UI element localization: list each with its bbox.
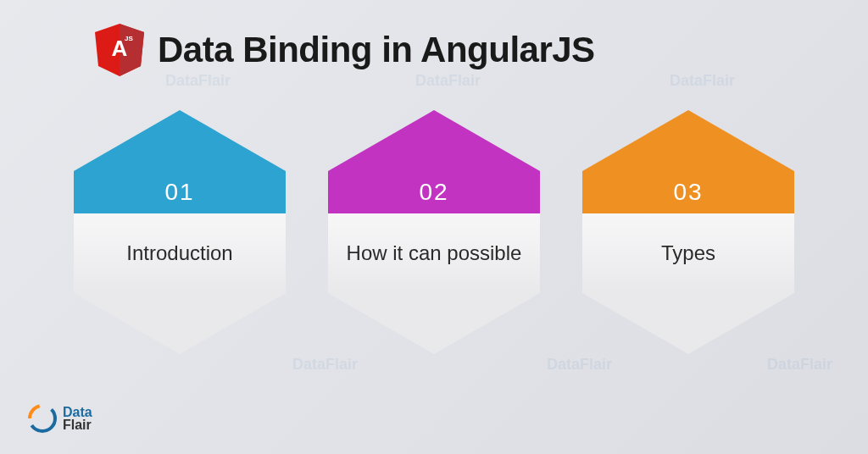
hex-body: How it can possible [328,213,540,293]
watermark: DataFlair [415,72,481,90]
hex-top [74,110,286,171]
dataflair-logo: Data Flair [27,403,92,434]
hex-top [328,110,540,171]
hex-number-band: 03 [582,171,794,213]
watermark: DataFlair [547,356,612,374]
hexagon-how-it-can-possible: 02 How it can possible [328,110,540,354]
dataflair-logo-text: Data Flair [63,406,92,431]
angularjs-icon: A JS [95,24,144,76]
hex-body: Introduction [74,213,286,293]
watermark: DataFlair [767,356,832,374]
page-title: Data Binding in AngularJS [158,30,595,70]
hex-label: Types [661,240,715,266]
hex-label: How it can possible [347,240,522,266]
hex-number-band: 02 [328,171,540,213]
hexagon-introduction: 01 Introduction [74,110,286,354]
hex-number: 03 [673,179,703,206]
header: A JS Data Binding in AngularJS [0,0,868,76]
hex-bottom [328,293,540,354]
dataflair-logo-icon [27,403,58,434]
hex-number: 02 [419,179,448,206]
watermark: DataFlair [670,72,735,90]
hex-bottom [74,293,286,354]
svg-point-4 [27,403,58,434]
hex-bottom [582,293,794,354]
hex-body: Types [582,213,794,293]
watermark: DataFlair [165,72,231,90]
watermark: DataFlair [292,356,358,374]
hexagon-types: 03 Types [582,110,794,354]
hex-label: Introduction [126,240,232,266]
svg-text:JS: JS [125,35,133,42]
hex-number: 01 [164,179,194,206]
hex-number-band: 01 [74,171,286,213]
hexagon-row: 01 Introduction 02 How it can possible 0… [0,110,868,354]
logo-text-top: Data [63,406,92,418]
hex-top [582,110,794,171]
logo-text-bottom: Flair [63,418,92,431]
